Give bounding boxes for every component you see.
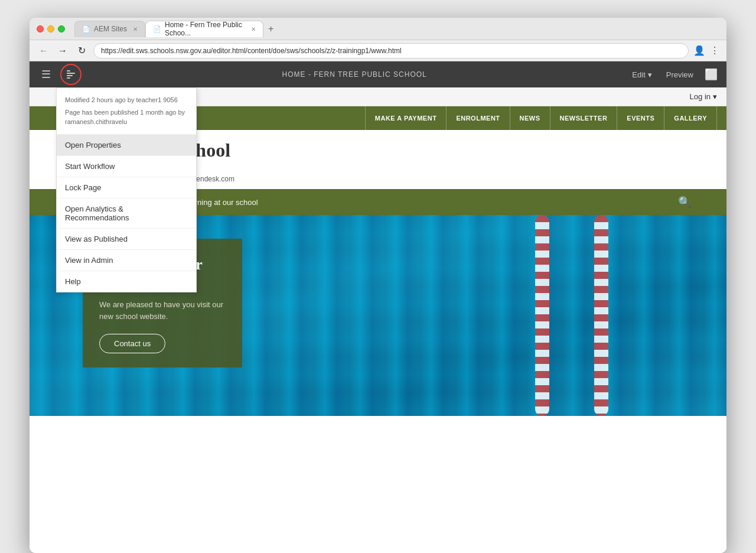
menu-item-view-published[interactable]: View as Published	[57, 229, 196, 250]
aem-page-title: HOME - FERN TREE PUBLIC SCHOOL	[86, 70, 623, 79]
address-text: https://edit.sws.schools.nsw.gov.au/edit…	[101, 47, 402, 55]
menu-item-label: Open Properties	[65, 141, 121, 149]
search-icon[interactable]: 🔍	[678, 196, 691, 209]
menu-item-open-properties[interactable]: Open Properties	[57, 135, 196, 156]
nav-item-newsletter[interactable]: NEWSLETTER	[550, 106, 617, 130]
tab-close-icon[interactable]: ✕	[251, 26, 256, 32]
contact-button[interactable]: Contact us	[99, 334, 165, 353]
login-button[interactable]: Log in ▾	[690, 92, 717, 101]
preview-button[interactable]: Preview	[662, 68, 698, 82]
nav-item-enrolment[interactable]: ENROLMENT	[446, 106, 509, 130]
browser-tab-home[interactable]: 📄 Home - Fern Tree Public Schoo... ✕	[145, 21, 263, 37]
tab-icon: 📄	[153, 25, 161, 33]
menu-icon[interactable]: ⋮	[710, 45, 719, 56]
aem-share-icon[interactable]: ⬜	[703, 66, 719, 83]
edit-button[interactable]: Edit ▾	[627, 68, 656, 82]
published-text: Page has been published 1 month ago by r…	[65, 108, 188, 127]
minimize-button[interactable]	[47, 25, 54, 32]
aem-toolbar: ☰ HOME - FERN TREE PUBLIC SCHOOL Edit ▾ …	[30, 61, 726, 87]
maximize-button[interactable]	[58, 25, 65, 32]
nav-item-gallery[interactable]: GALLERY	[664, 106, 717, 130]
svg-rect-0	[67, 70, 70, 71]
login-label: Log in	[690, 92, 711, 101]
menu-item-lock-page[interactable]: Lock Page	[57, 177, 196, 199]
menu-item-label: Start Workflow	[65, 162, 115, 171]
tab-label: AEM Sites	[94, 25, 127, 33]
tab-close-icon[interactable]: ✕	[133, 26, 138, 32]
menu-item-label: View as Published	[65, 235, 128, 243]
back-button[interactable]: ←	[37, 44, 51, 58]
menu-item-label: View in Admin	[65, 256, 113, 265]
menu-item-start-workflow[interactable]: Start Workflow	[57, 156, 196, 177]
browser-icons: 👤 ⋮	[693, 45, 719, 56]
browser-tab-aem[interactable]: 📄 AEM Sites ✕	[74, 21, 145, 37]
svg-rect-3	[67, 77, 70, 79]
aem-right-controls: Edit ▾ Preview ⬜	[627, 66, 719, 83]
title-bar: 📄 AEM Sites ✕ 📄 Home - Fern Tree Public …	[30, 18, 726, 40]
sidebar-toggle-icon[interactable]: ☰	[37, 65, 56, 84]
user-icon[interactable]: 👤	[693, 45, 705, 56]
nav-item-payment[interactable]: MAKE A PAYMENT	[365, 106, 447, 130]
tab-label: Home - Fern Tree Public Schoo...	[165, 21, 245, 37]
page-content: Modified 2 hours ago by teacher1 9056 Pa…	[30, 87, 726, 553]
edit-label: Edit	[632, 70, 645, 79]
svg-rect-2	[67, 75, 73, 76]
menu-item-label: Lock Page	[65, 183, 101, 192]
menu-item-label: Help	[65, 277, 81, 286]
browser-window: 📄 AEM Sites ✕ 📄 Home - Fern Tree Public …	[30, 18, 726, 553]
forward-button[interactable]: →	[56, 44, 70, 58]
traffic-lights	[37, 25, 65, 32]
nav-item-news[interactable]: NEWS	[510, 106, 550, 130]
edit-caret-icon: ▾	[648, 70, 652, 79]
tab-icon: 📄	[82, 25, 90, 33]
welcome-text: We are pleased to have you visit our new…	[99, 299, 226, 322]
menu-item-help[interactable]: Help	[57, 271, 196, 292]
menu-item-view-admin[interactable]: View in Admin	[57, 250, 196, 271]
address-bar-row: ← → ↻ https://edit.sws.schools.nsw.gov.a…	[30, 40, 726, 61]
lane-rope-2	[535, 215, 549, 416]
dropdown-panel: Modified 2 hours ago by teacher1 9056 Pa…	[56, 87, 197, 292]
close-button[interactable]	[37, 25, 44, 32]
dropdown-header: Modified 2 hours ago by teacher1 9056 Pa…	[57, 88, 196, 135]
aem-control-icon[interactable]	[60, 64, 82, 85]
menu-item-open-analytics[interactable]: Open Analytics & Recommendations	[57, 199, 196, 229]
nav-item-events[interactable]: EVENTS	[617, 106, 664, 130]
lane-rope-1	[594, 215, 608, 416]
menu-item-label: Open Analytics & Recommendations	[65, 204, 129, 222]
address-bar[interactable]: https://edit.sws.schools.nsw.gov.au/edit…	[93, 43, 689, 58]
svg-rect-1	[67, 73, 75, 74]
new-tab-button[interactable]: +	[263, 24, 278, 34]
modified-text: Modified 2 hours ago by teacher1 9056	[65, 95, 188, 105]
login-caret-icon: ▾	[713, 92, 717, 101]
refresh-button[interactable]: ↻	[74, 44, 89, 58]
tabs-bar: 📄 AEM Sites ✕ 📄 Home - Fern Tree Public …	[74, 21, 719, 37]
preview-label: Preview	[666, 70, 693, 79]
